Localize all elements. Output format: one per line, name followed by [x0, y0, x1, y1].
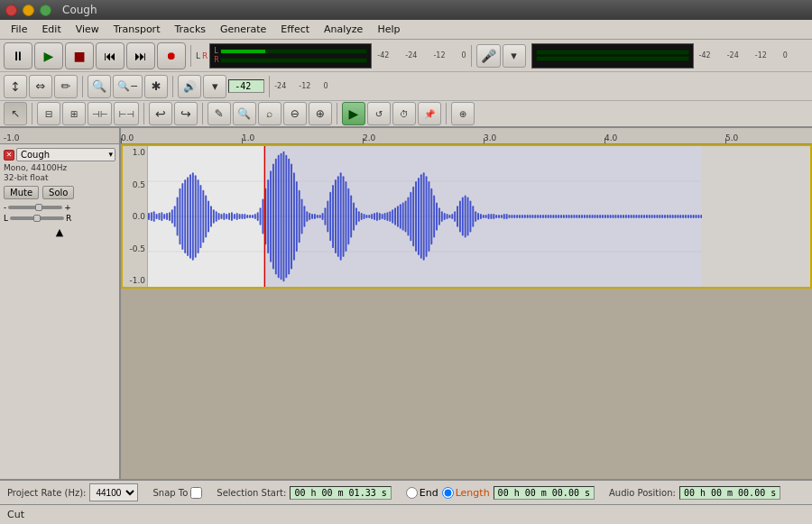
redo-btn[interactable]: ↪ — [174, 102, 198, 125]
waveform-display[interactable]: 1.0 0.5 0.0 -0.5 -1.0 — [121, 144, 812, 289]
play-green-btn[interactable]: ▶ — [342, 102, 365, 125]
menu-bar: File Edit View Transport Tracks Generate… — [0, 20, 812, 40]
mute-button[interactable]: Mute — [4, 186, 39, 199]
fit-project-btn[interactable]: ⊞ — [62, 102, 86, 125]
svg-rect-166 — [566, 215, 567, 218]
menu-generate[interactable]: Generate — [213, 22, 273, 37]
snap-to-checkbox[interactable] — [190, 487, 202, 499]
mic-dropdown[interactable]: ▾ — [503, 44, 526, 68]
collapse-icon: ▲ — [56, 226, 63, 238]
sep6 — [32, 103, 32, 124]
envelope-tool[interactable]: ⇔ — [29, 75, 52, 98]
svg-rect-116 — [436, 202, 438, 230]
svg-rect-54 — [275, 159, 277, 275]
skip-back-icon: ⏮ — [104, 49, 116, 63]
svg-rect-61 — [293, 172, 295, 261]
multi-tool[interactable]: ✱ — [144, 75, 168, 98]
length-radio-label[interactable]: Length — [442, 487, 490, 499]
zoom-sel-btn[interactable]: 🔍 — [233, 102, 256, 125]
align2-btn[interactable]: ⊢⊣ — [114, 102, 138, 125]
collapse-button[interactable]: ▲ — [4, 226, 115, 238]
menu-tracks[interactable]: Tracks — [167, 22, 213, 37]
selection-start-display[interactable]: 00 h 00 m 01.33 s — [290, 486, 391, 500]
timer-btn[interactable]: ⏱ — [392, 102, 416, 125]
waveform-panel: 1.0 0.5 0.0 -0.5 -1.0 — [121, 144, 812, 479]
stop-button[interactable]: ■ — [65, 42, 94, 69]
length-radio[interactable] — [442, 487, 454, 499]
cursor-tool[interactable]: ↖ — [4, 102, 27, 125]
record-button[interactable]: ⏺ — [157, 42, 186, 69]
project-rate-select[interactable]: 44100 48000 96000 22050 — [89, 483, 138, 501]
svg-rect-141 — [501, 215, 503, 218]
svg-rect-65 — [303, 206, 305, 226]
svg-rect-85 — [355, 207, 357, 225]
svg-rect-58 — [285, 155, 287, 279]
transport-toolbar: ⏸ ▶ ■ ⏮ ⏭ ⏺ L R — [0, 40, 812, 72]
extra-btn[interactable]: ⊕ — [451, 102, 475, 125]
menu-effect[interactable]: Effect — [273, 22, 317, 37]
gain-slider[interactable] — [8, 206, 62, 209]
skip-forward-button[interactable]: ⏭ — [126, 42, 155, 69]
loop-btn[interactable]: ↺ — [367, 102, 391, 125]
track-close-button[interactable]: ✕ — [4, 150, 14, 161]
align-btn[interactable]: ⊣⊢ — [88, 102, 112, 125]
svg-rect-53 — [272, 164, 274, 270]
volume-icon: 🔊 — [178, 75, 201, 98]
audio-pos-display[interactable]: 00 h 00 m 00.00 s — [679, 486, 780, 500]
menu-file[interactable]: File — [4, 22, 34, 37]
pan-thumb[interactable] — [33, 215, 41, 222]
ruler-tick: 1.0 — [242, 133, 254, 142]
mic-button[interactable]: 🎤 — [476, 44, 501, 68]
svg-rect-109 — [418, 178, 420, 255]
solo-button[interactable]: Solo — [42, 186, 74, 199]
end-radio-label[interactable]: End — [406, 487, 438, 499]
menu-view[interactable]: View — [69, 22, 106, 37]
undo-btn[interactable]: ↩ — [149, 102, 172, 125]
end-radio[interactable] — [406, 487, 418, 499]
y-axis: 1.0 0.5 0.0 -0.5 -1.0 — [123, 146, 148, 287]
skip-back-button[interactable]: ⏮ — [96, 42, 125, 69]
gain-minus[interactable]: - — [4, 203, 6, 212]
svg-rect-195 — [641, 215, 642, 218]
menu-analyze[interactable]: Analyze — [317, 22, 370, 37]
pin-btn[interactable]: 📌 — [418, 102, 441, 125]
selection-tool[interactable]: ↕ — [4, 75, 27, 98]
selection-end-display[interactable]: 00 h 00 m 00.00 s — [494, 486, 595, 500]
svg-rect-128 — [467, 198, 469, 236]
zoom-out-tool[interactable]: 🔍− — [113, 75, 143, 98]
close-button[interactable] — [5, 5, 17, 16]
volume-dropdown[interactable]: ▾ — [203, 75, 226, 98]
svg-rect-164 — [560, 215, 562, 218]
zoom-in-tool[interactable]: 🔍 — [88, 75, 111, 98]
svg-rect-42 — [244, 214, 245, 219]
draw-btn[interactable]: ✎ — [208, 102, 231, 125]
menu-help[interactable]: Help — [370, 22, 407, 37]
pause-button[interactable]: ⏸ — [4, 42, 32, 69]
track-name-dropdown[interactable]: Cough ▾ — [16, 148, 115, 161]
pencil-tool[interactable]: ✏ — [54, 75, 78, 98]
svg-rect-39 — [236, 213, 238, 220]
maximize-button[interactable] — [40, 5, 51, 16]
gain-thumb[interactable] — [35, 204, 42, 211]
svg-rect-89 — [365, 215, 367, 218]
svg-rect-207 — [672, 215, 674, 218]
minimize-button[interactable] — [23, 5, 34, 16]
stop-icon: ■ — [73, 49, 85, 63]
svg-rect-64 — [301, 199, 303, 234]
zoom-default-btn[interactable]: ⊕ — [309, 102, 332, 125]
menu-edit[interactable]: Edit — [34, 22, 68, 37]
fit-tracks-btn[interactable]: ⊟ — [37, 102, 60, 125]
svg-rect-30 — [213, 209, 215, 224]
svg-rect-9 — [158, 213, 160, 220]
ruler-neg-label: -1.0 — [0, 128, 121, 143]
menu-transport[interactable]: Transport — [106, 22, 168, 37]
svg-rect-132 — [477, 213, 479, 220]
play-button[interactable]: ▶ — [34, 42, 63, 69]
svg-rect-182 — [607, 215, 609, 218]
empty-track-region — [702, 146, 810, 287]
gain-plus[interactable]: + — [64, 203, 71, 212]
zoom-fit-btn[interactable]: ⌕ — [258, 102, 281, 125]
pan-slider[interactable] — [10, 216, 64, 220]
svg-rect-24 — [198, 179, 199, 253]
zoom-out-btn[interactable]: ⊖ — [283, 102, 307, 125]
